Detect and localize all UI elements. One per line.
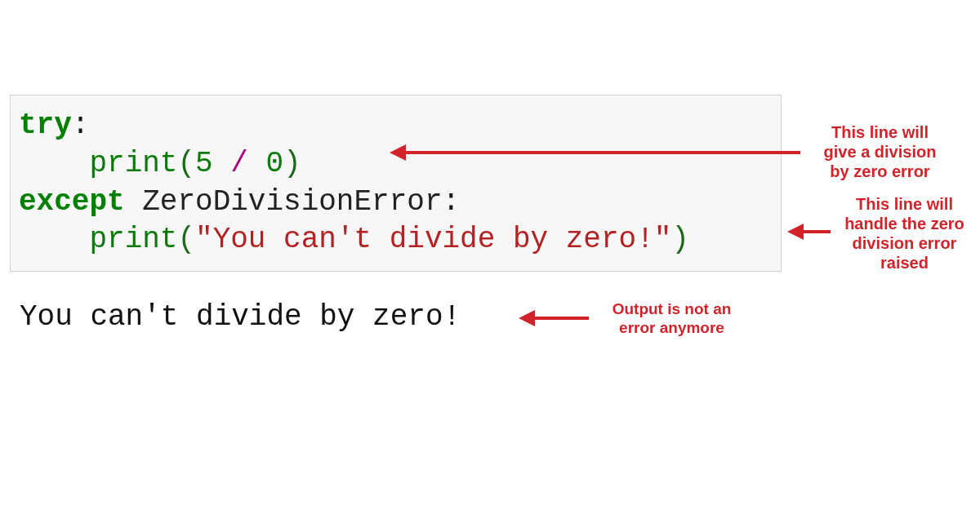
arrow-line-icon (533, 317, 589, 320)
annotation-output: Output is not an error anymore (592, 300, 751, 338)
number-5: 5 (195, 147, 213, 180)
func-print: print (89, 147, 177, 180)
annotation-text: by zero error (804, 162, 956, 181)
arrow-head-icon (390, 144, 406, 161)
program-output: You can't divide by zero! (20, 300, 461, 334)
paren-close: ) (283, 147, 301, 180)
keyword-except: except (19, 185, 125, 219)
annotation-text: error anymore (592, 319, 751, 338)
space (213, 147, 231, 180)
indent (19, 223, 89, 256)
code-line-3: except ZeroDivisionError: (19, 184, 773, 222)
annotation-text: handle the zero (833, 214, 976, 233)
annotation-text: division error (833, 233, 976, 253)
paren-close: ) (671, 223, 689, 256)
annotation-text: give a division (804, 142, 956, 162)
arrow-head-icon (787, 224, 804, 240)
arrow-head-icon (519, 310, 535, 326)
string-literal: "You can't divide by zero!" (195, 223, 671, 256)
annotation-text: This line will (804, 122, 956, 142)
func-print: print (89, 223, 177, 256)
keyword-try: try (19, 109, 72, 142)
indent (19, 147, 89, 180)
paren-open: ( (177, 223, 195, 256)
annotation-division-error: This line will give a division by zero e… (804, 122, 956, 181)
annotation-text: Output is not an (592, 300, 751, 319)
space (248, 147, 266, 180)
space (125, 185, 143, 219)
annotation-handle-error: This line will handle the zero division … (833, 194, 976, 273)
arrow-line-icon (802, 230, 831, 233)
exception-name: ZeroDivisionError (142, 185, 442, 219)
annotation-text: raised (833, 253, 976, 273)
colon: : (443, 185, 461, 219)
code-line-1: try: (19, 107, 773, 145)
code-line-4: print("You can't divide by zero!") (19, 221, 773, 259)
code-block: try: print(5 / 0) except ZeroDivisionErr… (10, 95, 782, 272)
number-0: 0 (266, 147, 284, 180)
paren-open: ( (177, 147, 195, 180)
arrow-line-icon (404, 151, 800, 154)
colon: : (72, 109, 90, 142)
operator-divide: / (230, 147, 248, 180)
annotation-text: This line will (833, 194, 976, 214)
